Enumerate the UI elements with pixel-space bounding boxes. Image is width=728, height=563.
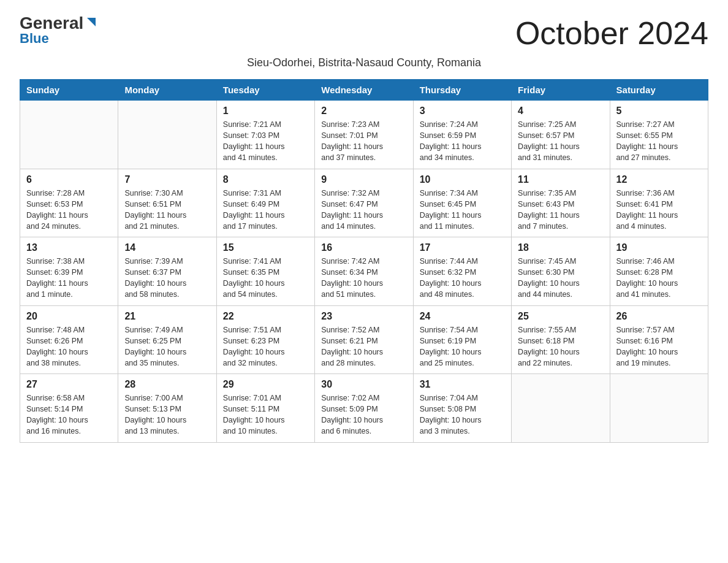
calendar-header-monday: Monday [118,80,216,101]
calendar-header-tuesday: Tuesday [216,80,314,101]
logo-blue: Blue [20,31,49,47]
calendar: SundayMondayTuesdayWednesdayThursdayFrid… [20,79,708,443]
cell-day-number: 6 [26,174,112,185]
calendar-cell: 1Sunrise: 7:21 AM Sunset: 7:03 PM Daylig… [216,101,314,169]
calendar-header-friday: Friday [512,80,610,101]
cell-day-number: 24 [420,311,505,322]
calendar-cell: 23Sunrise: 7:52 AM Sunset: 6:21 PM Dayli… [315,305,413,374]
calendar-cell: 27Sunrise: 6:58 AM Sunset: 5:14 PM Dayli… [20,374,118,443]
calendar-cell: 2Sunrise: 7:23 AM Sunset: 7:01 PM Daylig… [315,101,413,169]
calendar-cell: 29Sunrise: 7:01 AM Sunset: 5:11 PM Dayli… [216,374,314,443]
cell-info-text: Sunrise: 7:41 AM Sunset: 6:35 PM Dayligh… [223,256,308,301]
cell-info-text: Sunrise: 7:24 AM Sunset: 6:59 PM Dayligh… [420,119,505,164]
calendar-cell: 21Sunrise: 7:49 AM Sunset: 6:25 PM Dayli… [118,305,216,374]
calendar-cell: 30Sunrise: 7:02 AM Sunset: 5:09 PM Dayli… [315,374,413,443]
cell-info-text: Sunrise: 7:57 AM Sunset: 6:16 PM Dayligh… [616,324,702,369]
calendar-cell [118,101,216,169]
cell-day-number: 28 [124,379,210,390]
cell-day-number: 11 [518,174,603,185]
cell-info-text: Sunrise: 7:48 AM Sunset: 6:26 PM Dayligh… [26,324,112,369]
calendar-cell: 19Sunrise: 7:46 AM Sunset: 6:28 PM Dayli… [610,237,708,306]
logo: General Blue [20,15,98,47]
cell-info-text: Sunrise: 7:46 AM Sunset: 6:28 PM Dayligh… [616,256,702,301]
calendar-cell: 20Sunrise: 7:48 AM Sunset: 6:26 PM Dayli… [20,305,118,374]
cell-info-text: Sunrise: 7:30 AM Sunset: 6:51 PM Dayligh… [124,188,210,232]
cell-info-text: Sunrise: 7:45 AM Sunset: 6:30 PM Dayligh… [518,256,603,301]
cell-day-number: 3 [420,105,505,117]
calendar-cell: 25Sunrise: 7:55 AM Sunset: 6:18 PM Dayli… [512,305,610,374]
cell-day-number: 10 [420,174,505,185]
subtitle: Sieu-Odorhei, Bistrita-Nasaud County, Ro… [20,56,708,69]
cell-info-text: Sunrise: 7:00 AM Sunset: 5:13 PM Dayligh… [124,393,210,437]
cell-info-text: Sunrise: 7:27 AM Sunset: 6:55 PM Dayligh… [616,119,702,164]
cell-info-text: Sunrise: 7:23 AM Sunset: 7:01 PM Dayligh… [321,119,406,164]
cell-info-text: Sunrise: 7:42 AM Sunset: 6:34 PM Dayligh… [321,256,406,301]
calendar-header-sunday: Sunday [20,80,118,101]
calendar-header-row: SundayMondayTuesdayWednesdayThursdayFrid… [20,80,708,101]
cell-info-text: Sunrise: 7:54 AM Sunset: 6:19 PM Dayligh… [420,324,505,369]
cell-info-text: Sunrise: 7:38 AM Sunset: 6:39 PM Dayligh… [26,256,112,301]
cell-day-number: 30 [321,379,406,390]
cell-day-number: 18 [518,242,603,253]
calendar-header-thursday: Thursday [413,80,511,101]
cell-info-text: Sunrise: 7:44 AM Sunset: 6:32 PM Dayligh… [420,256,505,301]
calendar-cell: 3Sunrise: 7:24 AM Sunset: 6:59 PM Daylig… [413,101,511,169]
cell-info-text: Sunrise: 7:51 AM Sunset: 6:23 PM Dayligh… [223,324,308,369]
cell-info-text: Sunrise: 7:28 AM Sunset: 6:53 PM Dayligh… [26,188,112,232]
cell-info-text: Sunrise: 7:02 AM Sunset: 5:09 PM Dayligh… [321,393,406,437]
calendar-cell: 14Sunrise: 7:39 AM Sunset: 6:37 PM Dayli… [118,237,216,306]
cell-info-text: Sunrise: 7:32 AM Sunset: 6:47 PM Dayligh… [321,188,406,232]
calendar-cell: 22Sunrise: 7:51 AM Sunset: 6:23 PM Dayli… [216,305,314,374]
cell-info-text: Sunrise: 7:55 AM Sunset: 6:18 PM Dayligh… [518,324,603,369]
cell-day-number: 7 [124,174,210,185]
calendar-week-row: 27Sunrise: 6:58 AM Sunset: 5:14 PM Dayli… [20,374,708,443]
calendar-cell: 6Sunrise: 7:28 AM Sunset: 6:53 PM Daylig… [20,169,118,237]
cell-day-number: 19 [616,242,702,253]
cell-info-text: Sunrise: 7:49 AM Sunset: 6:25 PM Dayligh… [124,324,210,369]
cell-day-number: 27 [26,379,112,390]
calendar-cell: 7Sunrise: 7:30 AM Sunset: 6:51 PM Daylig… [118,169,216,237]
cell-info-text: Sunrise: 7:25 AM Sunset: 6:57 PM Dayligh… [518,119,603,164]
cell-day-number: 4 [518,105,603,117]
calendar-week-row: 20Sunrise: 7:48 AM Sunset: 6:26 PM Dayli… [20,305,708,374]
calendar-cell: 16Sunrise: 7:42 AM Sunset: 6:34 PM Dayli… [315,237,413,306]
cell-day-number: 20 [26,311,112,322]
calendar-cell: 31Sunrise: 7:04 AM Sunset: 5:08 PM Dayli… [413,374,511,443]
calendar-cell: 26Sunrise: 7:57 AM Sunset: 6:16 PM Dayli… [610,305,708,374]
calendar-cell: 13Sunrise: 7:38 AM Sunset: 6:39 PM Dayli… [20,237,118,306]
calendar-cell: 17Sunrise: 7:44 AM Sunset: 6:32 PM Dayli… [413,237,511,306]
cell-info-text: Sunrise: 7:21 AM Sunset: 7:03 PM Dayligh… [223,119,308,164]
cell-day-number: 16 [321,242,406,253]
calendar-week-row: 1Sunrise: 7:21 AM Sunset: 7:03 PM Daylig… [20,101,708,169]
calendar-cell [610,374,708,443]
logo-general: General [20,15,83,32]
cell-day-number: 13 [26,242,112,253]
calendar-week-row: 13Sunrise: 7:38 AM Sunset: 6:39 PM Dayli… [20,237,708,306]
cell-info-text: Sunrise: 7:01 AM Sunset: 5:11 PM Dayligh… [223,393,308,437]
calendar-cell: 11Sunrise: 7:35 AM Sunset: 6:43 PM Dayli… [512,169,610,237]
cell-day-number: 17 [420,242,505,253]
cell-day-number: 22 [223,311,308,322]
cell-info-text: Sunrise: 7:31 AM Sunset: 6:49 PM Dayligh… [223,188,308,232]
cell-day-number: 25 [518,311,603,322]
cell-info-text: Sunrise: 7:39 AM Sunset: 6:37 PM Dayligh… [124,256,210,301]
cell-day-number: 12 [616,174,702,185]
calendar-cell: 18Sunrise: 7:45 AM Sunset: 6:30 PM Dayli… [512,237,610,306]
logo-triangle-icon [85,15,98,29]
calendar-header-wednesday: Wednesday [315,80,413,101]
cell-day-number: 1 [223,105,308,117]
cell-day-number: 21 [124,311,210,322]
page-title: October 2024 [515,15,708,52]
cell-day-number: 8 [223,174,308,185]
calendar-cell: 4Sunrise: 7:25 AM Sunset: 6:57 PM Daylig… [512,101,610,169]
calendar-cell [512,374,610,443]
cell-day-number: 2 [321,105,406,117]
calendar-cell [20,101,118,169]
calendar-cell: 5Sunrise: 7:27 AM Sunset: 6:55 PM Daylig… [610,101,708,169]
svg-marker-0 [87,18,96,26]
calendar-cell: 28Sunrise: 7:00 AM Sunset: 5:13 PM Dayli… [118,374,216,443]
cell-day-number: 9 [321,174,406,185]
cell-day-number: 5 [616,105,702,117]
calendar-week-row: 6Sunrise: 7:28 AM Sunset: 6:53 PM Daylig… [20,169,708,237]
calendar-cell: 9Sunrise: 7:32 AM Sunset: 6:47 PM Daylig… [315,169,413,237]
